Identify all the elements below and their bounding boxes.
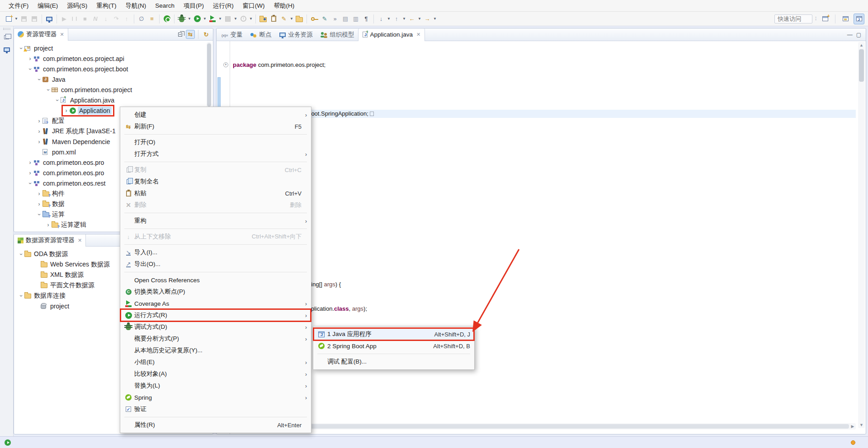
scrollbar-thumb[interactable] [859, 49, 864, 82]
tree-item-project-api[interactable]: ›com.primeton.eos.project.api [14, 53, 213, 64]
code-line[interactable]: public static void main(String[] args) { [233, 280, 852, 289]
menu-item-paste[interactable]: 粘贴Ctrl+V [121, 187, 311, 199]
next-edit-icon[interactable]: ▤ [340, 14, 350, 24]
coverage-dropdown-icon[interactable]: ▼ [218, 14, 222, 24]
prev-annotation-icon[interactable]: ↑ [392, 14, 401, 24]
tab-business-resource[interactable]: 业务资源 [275, 28, 316, 41]
eos-server-icon[interactable] [162, 14, 172, 24]
menu-item-open-cross-references[interactable]: Open Cross References [121, 274, 311, 286]
tab-datasource-explorer[interactable]: 数据源资源管理器 ✕ [14, 234, 86, 247]
tab-application-java[interactable]: Application.java✕ [358, 28, 425, 41]
chevron-collapsed-icon[interactable]: › [27, 170, 33, 176]
tab-variables[interactable]: 变量 [217, 28, 246, 41]
tree-item-package[interactable]: ›com.primeton.eos.project [14, 84, 213, 95]
java-perspective-icon[interactable] [854, 14, 864, 24]
code-line[interactable] [233, 134, 852, 142]
new-wizard-icon[interactable] [4, 14, 14, 24]
tree-item-java[interactable]: ›Java [14, 74, 213, 84]
chevron-collapsed-icon[interactable]: › [27, 160, 33, 165]
debug-icon[interactable] [177, 14, 187, 24]
step-return-icon[interactable]: ↑ [122, 14, 132, 24]
new-wizard-dropdown-icon[interactable]: ▼ [14, 14, 19, 24]
close-icon[interactable]: ✕ [60, 32, 64, 37]
back-dropdown-icon[interactable]: ▼ [417, 14, 422, 24]
forward-icon[interactable]: → [422, 14, 432, 24]
chevron-expanded-icon[interactable]: › [28, 65, 33, 72]
open-type-folder-icon[interactable] [294, 14, 304, 24]
chevron-expanded-icon[interactable]: › [19, 292, 24, 299]
menu-item-refresh[interactable]: ⇆刷新(F)F5 [121, 121, 311, 132]
code-line[interactable]: import org.springframework.boot.SpringAp… [233, 110, 852, 118]
chevron-collapsed-icon[interactable]: › [36, 191, 42, 196]
menu-item-replace-with[interactable]: 替换为(L)› [121, 380, 311, 392]
last-edit-icon[interactable]: ▥ [351, 14, 361, 24]
next-annotation-icon[interactable]: ↓ [376, 14, 386, 24]
pilcrow-icon[interactable]: ¶ [361, 14, 371, 24]
chevron-collapsed-icon[interactable]: › [36, 139, 42, 145]
open-perspective-icon[interactable] [820, 14, 830, 24]
menu-item-copy[interactable]: 复制Ctrl+C [121, 164, 311, 176]
prev-annotation-dropdown-icon[interactable]: ▼ [402, 14, 406, 24]
tab-org-model[interactable]: 组织模型 [316, 28, 358, 41]
coverage-icon[interactable] [208, 14, 217, 24]
menu-item-open[interactable]: 打开(O) [121, 136, 311, 148]
javaee-perspective-icon[interactable] [840, 14, 851, 24]
chevron-expanded-icon[interactable]: › [19, 251, 24, 257]
code-line[interactable]: @EnableDiscoveryClient [233, 232, 852, 240]
run-dropdown-icon[interactable]: ▼ [203, 14, 207, 24]
menu-item-delete[interactable]: ✕删除删除 [121, 199, 311, 211]
stop-dropdown-icon[interactable]: ▼ [233, 14, 238, 24]
collapse-all-icon[interactable] [175, 30, 184, 39]
resume-icon[interactable]: ▶ [59, 14, 69, 24]
menu-item-toggle-class-load-breakpoint[interactable]: C切换类装入断点(P) [121, 286, 311, 298]
menu-project[interactable]: 项目(P) [179, 0, 208, 11]
menu-edit[interactable]: 编辑(E) [33, 0, 62, 11]
menu-file[interactable]: 文件(F) [5, 0, 33, 11]
skip-icon[interactable]: » [330, 14, 340, 24]
maximize-icon[interactable]: ▢ [856, 32, 861, 38]
tab-project-explorer[interactable]: 资源管理器 ✕ [14, 28, 68, 41]
submenu-item-spring-boot-app[interactable]: 2 Spring Boot AppAlt+Shift+D, B [314, 340, 474, 352]
minimize-icon[interactable]: — [847, 32, 853, 38]
refresh-view-icon[interactable]: ↻ [202, 30, 211, 39]
menu-item-create[interactable]: 创建› [121, 109, 311, 121]
restore-view-icon[interactable] [2, 32, 12, 42]
menu-item-open-with[interactable]: 打开方式› [121, 148, 311, 160]
menu-source[interactable]: 源码(S) [63, 0, 91, 11]
menu-item-export[interactable]: ↗导出(O)... [121, 258, 311, 270]
vertical-scrollbar[interactable]: ▲ ▼ [858, 42, 865, 428]
chevron-expanded-icon[interactable]: › [19, 45, 24, 51]
chevron-expanded-icon[interactable]: › [28, 180, 33, 187]
collapsed-imports-box[interactable] [370, 112, 374, 116]
clipboard-icon[interactable] [269, 14, 278, 24]
debug-dropdown-icon[interactable]: ▼ [187, 14, 192, 24]
chevron-collapsed-icon[interactable]: › [27, 56, 33, 61]
stop-icon[interactable] [223, 14, 233, 24]
menu-item-restore-from-local-history[interactable]: 从本地历史记录复原(Y)... [121, 345, 311, 356]
console-view-icon[interactable] [2, 44, 12, 55]
step-into-icon[interactable]: ↓ [101, 14, 111, 24]
horizontal-scrollbar[interactable]: ◀ ▶ [217, 423, 856, 429]
chevron-expanded-icon[interactable]: › [55, 97, 60, 103]
scroll-down-icon[interactable]: ▼ [858, 422, 865, 428]
submenu-item-debug-configurations[interactable]: 调试 配置(B)... [314, 356, 474, 368]
menu-navigate[interactable]: 导航(N) [122, 0, 151, 11]
console-icon[interactable] [44, 14, 54, 24]
chevron-collapsed-icon[interactable]: › [63, 108, 70, 113]
step-over-icon[interactable]: ↷ [111, 14, 121, 24]
menu-item-team[interactable]: 小组(E)› [121, 356, 311, 368]
scroll-up-icon[interactable]: ▲ [858, 42, 865, 48]
pause-icon[interactable]: ❙❙ [70, 14, 80, 24]
menu-item-coverage-as[interactable]: Coverage As› [121, 298, 311, 309]
chevron-collapsed-icon[interactable]: › [45, 222, 52, 228]
menu-item-remove-from-context[interactable]: ↓从上下文移除Ctrl+Alt+Shift+向下 [121, 231, 311, 243]
link-with-editor-icon[interactable]: ⇆ [186, 30, 195, 39]
code-line[interactable] [233, 85, 852, 93]
code-line[interactable]: SpringApplication.run(Application.class,… [233, 305, 852, 313]
scrollbar-thumb[interactable] [207, 43, 211, 107]
save-all-icon[interactable] [29, 14, 39, 24]
terminate-icon[interactable]: ■ [80, 14, 90, 24]
save-icon[interactable] [19, 14, 29, 24]
tree-item-project[interactable]: ›project [14, 43, 213, 53]
code-line[interactable]: public class Application { [233, 256, 852, 264]
